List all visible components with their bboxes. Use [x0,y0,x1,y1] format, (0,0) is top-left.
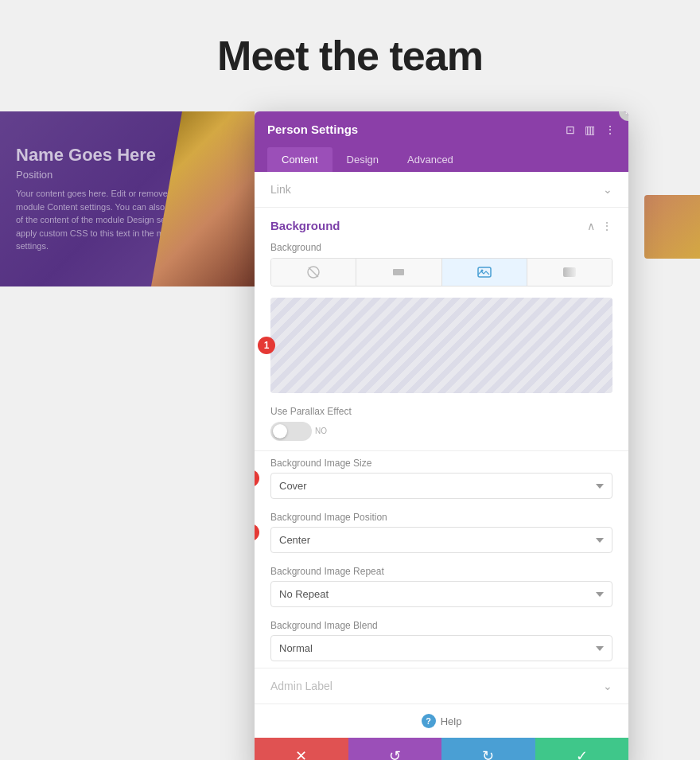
image-preview-area: 1 [270,298,612,393]
bg-image-position-select[interactable]: Center Top Left Top Right Bottom Left Bo… [270,527,612,553]
link-label: Link [270,183,291,196]
collapse-icon[interactable]: ∧ [587,220,595,232]
module-preview: Name Goes Here Position Your content goe… [0,111,255,286]
cancel-button[interactable]: ✕ [255,738,348,760]
help-text[interactable]: Help [441,715,462,727]
background-header-icons: ∧ ⋮ [587,220,612,232]
bg-type-image[interactable] [442,259,527,286]
save-button[interactable]: ✓ [535,738,629,760]
more-options-icon[interactable]: ⋮ [601,220,612,232]
bg-image-repeat-label: Background Image Repeat [270,566,612,577]
link-chevron-icon: ⌄ [603,183,612,196]
bg-image-size-select[interactable]: Cover Contain Auto [270,473,612,499]
tab-design[interactable]: Design [332,147,393,172]
bg-image-repeat-select[interactable]: No Repeat Repeat Repeat-X Repeat-Y [270,581,612,607]
panel-title: Person Settings [267,123,358,136]
bg-type-none[interactable] [271,259,356,286]
image-preview-box[interactable] [270,298,612,393]
panel-footer: ✕ ↺ ↻ ✓ [255,738,628,760]
help-icon[interactable]: ? [422,714,436,728]
parallax-row: Use Parallax Effect NO [255,403,628,450]
help-row: ? Help [255,703,628,738]
background-label: Background [270,242,612,253]
page-title: Meet the team [0,0,700,103]
toggle-state-label: NO [315,422,327,441]
right-photo-hint [644,195,700,259]
more-icon[interactable]: ⋮ [605,123,616,136]
svg-line-1 [309,267,318,277]
admin-label-row[interactable]: Admin Label ⌄ [255,668,628,703]
panel-body: Link ⌄ Background ∧ ⋮ Background [255,172,628,760]
settings-icon[interactable]: ⊡ [566,123,575,136]
panel-header-icons: ⊡ ▥ ⋮ [566,123,616,136]
bg-image-size-row: 2 Background Image Size Cover Contain Au… [255,451,628,505]
svg-rect-5 [563,267,576,277]
bg-image-blend-select[interactable]: Normal Multiply Screen Overlay [270,635,612,661]
bg-type-color[interactable] [356,259,441,286]
bg-image-size-label: Background Image Size [270,458,612,469]
panel-header: Person Settings ⊡ ▥ ⋮ [255,111,628,147]
bg-type-gradient[interactable] [527,259,612,286]
layout-icon[interactable]: ▥ [585,123,595,136]
badge-3: 3 [255,524,259,541]
reset-button[interactable]: ↺ [348,738,442,760]
bg-image-position-row: 3 Background Image Position Center Top L… [255,505,628,559]
badge-1: 1 [258,337,275,354]
toggle-thumb [273,424,287,438]
admin-label-text: Admin Label [270,680,332,692]
bg-image-position-label: Background Image Position [270,512,612,523]
background-section-header: Background ∧ ⋮ [255,208,628,239]
bg-image-repeat-row: Background Image Repeat No Repeat Repeat… [255,559,628,614]
bg-image-blend-label: Background Image Blend [270,620,612,631]
panel-tabs: Content Design Advanced [255,147,628,172]
svg-rect-2 [393,269,404,275]
redo-button[interactable]: ↻ [441,738,535,760]
tab-content[interactable]: Content [267,147,332,172]
settings-panel: ✕ Person Settings ⊡ ▥ ⋮ Content Design A… [255,111,628,760]
background-type-row: Background [255,239,628,294]
background-title: Background [270,219,340,232]
bg-image-blend-row: Background Image Blend Normal Multiply S… [255,614,628,668]
tab-advanced[interactable]: Advanced [393,147,468,172]
admin-label-chevron-icon: ⌄ [603,680,612,692]
link-section[interactable]: Link ⌄ [255,172,628,208]
background-type-tabs [270,258,612,286]
parallax-label: Use Parallax Effect [270,406,612,417]
parallax-toggle[interactable] [270,422,312,441]
badge-2: 2 [255,470,259,487]
